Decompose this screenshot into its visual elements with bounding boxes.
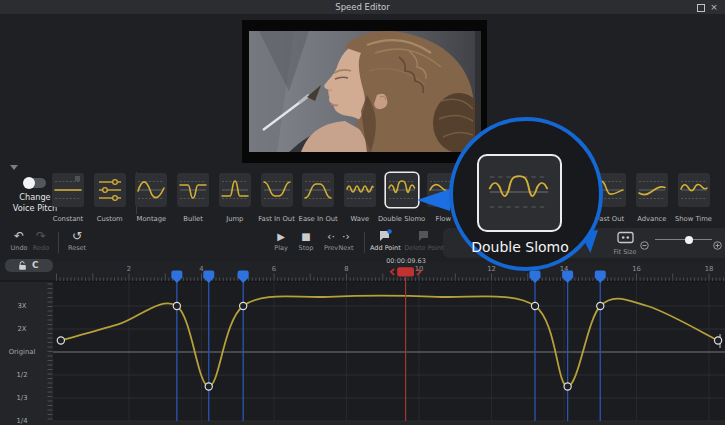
ruler-number: 16 [632, 265, 641, 273]
play-button[interactable]: ▶ Play [267, 229, 295, 256]
preset-tile-montage[interactable] [135, 173, 167, 207]
magnifier-label: Double Slomo [453, 239, 587, 255]
curve-point[interactable] [173, 302, 180, 309]
ruler-number: 2 [127, 265, 131, 273]
undo-button[interactable]: ↶ Undo [8, 229, 30, 256]
fit-size-button[interactable]: Fit Size [610, 229, 640, 257]
preset-curve-icon [177, 173, 209, 207]
preset-tile-fast-in-out[interactable] [261, 173, 293, 207]
preset-curve-icon [636, 173, 668, 207]
preset-curve-icon [261, 173, 293, 207]
preset-curve-icon [302, 173, 334, 207]
preset-strip: ConstantCustomMontageBulletJumpFast In O… [0, 168, 725, 226]
preview-photo [249, 31, 481, 152]
reset-icon: ↺ [64, 229, 90, 244]
preset-tile-wave[interactable] [344, 173, 376, 207]
ruler-number: 4 [199, 265, 203, 273]
stop-button[interactable]: ■ Stop [292, 229, 320, 256]
reset-button[interactable]: ↺ Reset [64, 229, 90, 256]
preview-photo-art [249, 31, 481, 152]
preset-tile-ease-in-out[interactable] [302, 173, 334, 207]
speed-row-label: 3X [18, 302, 27, 310]
preset-curve-icon [52, 173, 84, 207]
speed-row-label: 1/2 [17, 371, 28, 379]
preset-curve-icon [94, 173, 126, 207]
preset-tile-jump[interactable] [219, 173, 251, 207]
redo-icon: ↷ [30, 229, 52, 244]
undo-icon: ↶ [8, 229, 30, 244]
preset-curve-icon [135, 173, 167, 207]
maximize-icon[interactable] [697, 4, 705, 12]
curve-point[interactable] [714, 337, 721, 344]
titlebar: Speed Editor × [0, 0, 725, 14]
curve-point[interactable] [564, 383, 571, 390]
add-point-icon [370, 229, 400, 244]
curve-mode-icon[interactable]: C [32, 260, 39, 270]
ruler-number: 18 [705, 265, 714, 273]
playhead[interactable] [397, 267, 414, 276]
lock-icon[interactable] [17, 260, 28, 271]
curve-point[interactable] [597, 302, 604, 309]
play-icon: ▶ [267, 229, 295, 244]
preset-curve-icon [678, 173, 710, 207]
zoom-in-button[interactable] [713, 235, 722, 244]
preset-tile-bullet[interactable] [177, 173, 209, 207]
magnifier-preset-thumbnail [477, 154, 562, 232]
toolbar-divider [58, 232, 59, 253]
redo-button[interactable]: ↷ Redo [30, 229, 52, 256]
speed-row-label: 1/3 [17, 394, 28, 402]
time-display: 00:00:09.63 [378, 257, 434, 265]
close-icon[interactable]: × [710, 3, 718, 11]
magnifier-callout: Double Slomo [449, 117, 603, 271]
zoom-out-button[interactable] [640, 235, 649, 244]
curve-point[interactable] [57, 337, 64, 344]
zoom-slider-handle[interactable] [685, 236, 693, 244]
preset-tile-custom[interactable] [94, 173, 126, 207]
toolbar-divider [364, 232, 365, 253]
speed-row-label: 2X [18, 325, 27, 333]
delete-point-button[interactable]: Delete Point [402, 229, 446, 256]
preset-curve-icon [386, 173, 418, 207]
curve-lock-group: C [5, 259, 53, 272]
ruler-number: 12 [487, 265, 496, 273]
curve-point[interactable] [240, 302, 247, 309]
add-point-button[interactable]: Add Point [370, 229, 400, 256]
curve-point[interactable] [531, 302, 538, 309]
speed-row-label: Original [9, 348, 36, 356]
next-icon: ·› [335, 229, 357, 244]
fit-size-icon [617, 229, 634, 248]
preset-tile-double-slomo[interactable] [386, 173, 418, 207]
ruler-number: 8 [344, 265, 348, 273]
preset-label: Show Time [664, 215, 724, 223]
stop-icon: ■ [292, 229, 320, 244]
speed-row-label: 1/4 [17, 417, 28, 425]
preset-curve-icon [344, 173, 376, 207]
preset-curve-icon [219, 173, 251, 207]
next-button[interactable]: ·› Next [335, 229, 357, 256]
zoom-slider[interactable] [655, 239, 712, 241]
preset-tile-show-time[interactable] [678, 173, 710, 207]
preset-tile-constant[interactable] [52, 173, 84, 207]
curve-point[interactable] [205, 383, 212, 390]
video-preview [242, 20, 487, 163]
speed-graph[interactable]: 3X2XOriginal1/21/31/424681012141618 [0, 262, 725, 425]
ruler-number: 6 [272, 265, 276, 273]
delete-point-icon [402, 229, 446, 244]
window-title: Speed Editor [0, 0, 725, 14]
preset-tile-advance[interactable] [636, 173, 668, 207]
